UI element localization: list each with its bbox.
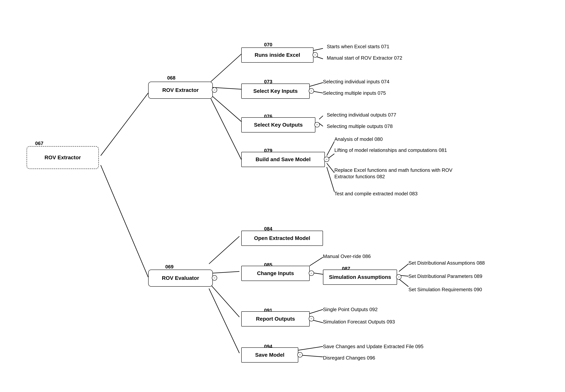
- svg-line-4: [211, 95, 241, 122]
- node-084: Open Extracted Model: [241, 231, 323, 246]
- label-070: Runs inside Excel: [255, 52, 300, 58]
- svg-line-22: [399, 264, 408, 271]
- connector-087: −: [396, 274, 401, 280]
- svg-line-8: [310, 83, 323, 86]
- leaf-092: Single Point Outputs 092: [323, 307, 378, 312]
- connector-070: −: [313, 52, 318, 57]
- svg-line-0: [101, 93, 148, 156]
- leaf-095: Save Changes and Update Extracted File 0…: [323, 344, 423, 350]
- node-070: Runs inside Excel: [241, 47, 314, 63]
- root-node: ROV Extractor: [27, 146, 99, 169]
- leaf-090: Set Simulation Requirements 090: [408, 287, 482, 293]
- connector-079: −: [324, 157, 329, 162]
- svg-line-10: [319, 116, 323, 119]
- label-094: Save Model: [255, 352, 284, 358]
- label-087: Simulation Assumptions: [329, 274, 391, 280]
- leaf-089: Set Distributional Parameters 089: [408, 273, 482, 279]
- svg-line-18: [209, 283, 239, 317]
- root-num: 067: [35, 140, 43, 146]
- node-087: Simulation Assumptions: [323, 269, 397, 285]
- label-091: Report Outputs: [256, 316, 295, 322]
- label-073: Select Key Inputs: [253, 88, 298, 94]
- label-076: Select Key Outputs: [254, 122, 303, 128]
- node-068: ROV Extractor: [148, 82, 213, 99]
- connector-094: −: [297, 352, 303, 357]
- leaf-078: Selecting multiple outputs 078: [327, 123, 393, 129]
- node-085: Change Inputs: [241, 266, 310, 281]
- svg-line-19: [209, 289, 239, 353]
- connector-069: −: [212, 275, 217, 280]
- leaf-074: Selecting individual inputs 074: [323, 79, 390, 85]
- node-091: Report Outputs: [241, 311, 310, 326]
- svg-line-1: [101, 165, 148, 277]
- connector-068: −: [212, 87, 217, 93]
- label-084: Open Extracted Model: [254, 235, 310, 241]
- svg-line-5: [211, 99, 241, 159]
- label-069: ROV Evaluator: [162, 275, 199, 281]
- svg-line-17: [209, 271, 239, 273]
- root-label: ROV Extractor: [44, 154, 81, 161]
- connector-073: −: [309, 88, 314, 94]
- label-068: ROV Extractor: [162, 87, 199, 93]
- svg-line-2: [211, 54, 241, 82]
- num-069: 069: [165, 264, 174, 270]
- leaf-071: Starts when Excel starts 071: [327, 44, 389, 50]
- svg-line-24: [399, 279, 408, 287]
- leaf-082: Replace Excel functions and math functio…: [334, 167, 464, 180]
- svg-line-27: [298, 347, 323, 350]
- node-076: Select Key Outputs: [241, 117, 315, 132]
- svg-line-14: [327, 163, 334, 173]
- leaf-077: Selecting individual outputs 077: [327, 112, 396, 118]
- svg-line-16: [209, 236, 239, 264]
- svg-line-15: [327, 167, 334, 192]
- node-069: ROV Evaluator: [148, 269, 213, 287]
- leaf-083: Test and compile extracted model 083: [334, 191, 418, 197]
- leaf-088: Set Distributional Assumptions 088: [408, 260, 485, 266]
- node-094: Save Model: [241, 347, 298, 363]
- leaf-080: Analysis of model 080: [334, 136, 383, 142]
- label-079: Build and Save Model: [256, 156, 310, 163]
- leaf-072: Manual start of ROV Extractor 072: [327, 55, 402, 61]
- leaf-093: Simulation Forecast Outputs 093: [323, 319, 395, 325]
- connector-085: −: [309, 270, 314, 276]
- leaf-086: Manual Over-ride 086: [323, 253, 371, 259]
- leaf-075: Selecting multiple inputs 075: [323, 90, 386, 96]
- node-073: Select Key Inputs: [241, 84, 310, 99]
- connector-076: −: [314, 122, 320, 127]
- label-085: Change Inputs: [257, 270, 294, 277]
- node-079: Build and Save Model: [241, 152, 325, 167]
- connector-091: −: [309, 316, 314, 321]
- num-070: 070: [264, 42, 272, 48]
- leaf-081: Lifting of model relationships and compu…: [334, 147, 464, 154]
- leaf-096: Disregard Changes 096: [323, 355, 375, 361]
- svg-line-25: [308, 309, 323, 314]
- num-068: 068: [167, 75, 175, 81]
- svg-line-20: [310, 257, 323, 266]
- svg-line-11: [319, 123, 323, 126]
- svg-line-12: [327, 141, 334, 156]
